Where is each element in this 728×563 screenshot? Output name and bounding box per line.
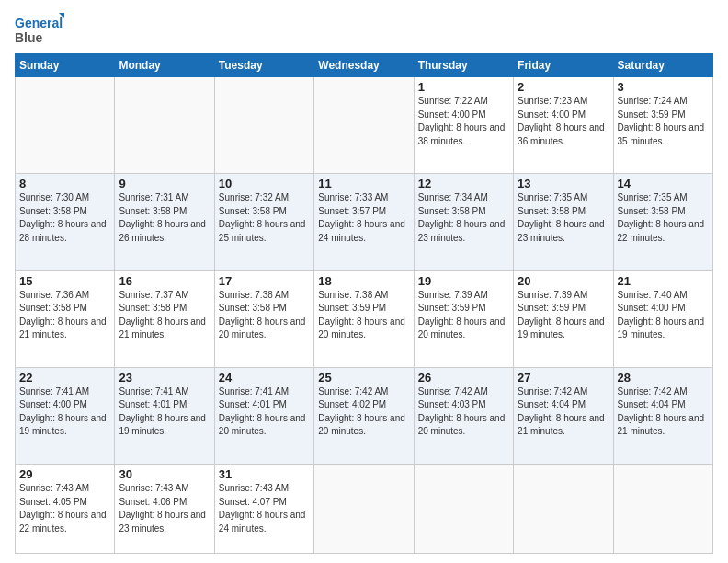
col-friday: Friday [514, 54, 613, 77]
day-info: Sunrise: 7:38 AM Sunset: 3:59 PM Dayligh… [318, 289, 409, 342]
col-wednesday: Wednesday [314, 54, 414, 77]
day-info: Sunrise: 7:43 AM Sunset: 4:07 PM Dayligh… [219, 482, 310, 535]
day-info: Sunrise: 7:23 AM Sunset: 4:00 PM Dayligh… [518, 95, 609, 148]
logo-icon: General Blue [15, 11, 64, 48]
day-info: Sunrise: 7:43 AM Sunset: 4:06 PM Dayligh… [119, 482, 210, 535]
day-number: 3 [618, 80, 709, 94]
table-row: 16 Sunrise: 7:37 AM Sunset: 3:58 PM Dayl… [115, 270, 214, 367]
day-number: 2 [518, 80, 609, 94]
header: General Blue [15, 11, 713, 48]
table-row: 12 Sunrise: 7:34 AM Sunset: 3:58 PM Dayl… [414, 174, 513, 270]
day-number: 23 [119, 371, 210, 385]
calendar-week-row: 1 Sunrise: 7:22 AM Sunset: 4:00 PM Dayli… [16, 77, 713, 174]
table-row [115, 77, 214, 174]
day-number: 13 [518, 177, 609, 190]
col-monday: Monday [115, 54, 214, 77]
table-row: 24 Sunrise: 7:41 AM Sunset: 4:01 PM Dayl… [214, 367, 313, 464]
table-row: 8 Sunrise: 7:30 AM Sunset: 3:58 PM Dayli… [16, 174, 115, 270]
day-number: 17 [219, 274, 310, 288]
day-number: 26 [418, 371, 509, 385]
logo: General Blue [15, 11, 64, 48]
table-row: 25 Sunrise: 7:42 AM Sunset: 4:02 PM Dayl… [314, 367, 414, 464]
day-number: 24 [219, 371, 310, 385]
day-info: Sunrise: 7:31 AM Sunset: 3:58 PM Dayligh… [119, 191, 210, 245]
calendar-week-row: 8 Sunrise: 7:30 AM Sunset: 3:58 PM Dayli… [16, 174, 713, 270]
day-info: Sunrise: 7:41 AM Sunset: 4:01 PM Dayligh… [119, 385, 210, 439]
day-number: 22 [19, 371, 110, 385]
day-info: Sunrise: 7:39 AM Sunset: 3:59 PM Dayligh… [418, 289, 509, 342]
day-info: Sunrise: 7:42 AM Sunset: 4:04 PM Dayligh… [518, 385, 609, 439]
day-number: 31 [219, 467, 310, 481]
day-number: 25 [318, 371, 409, 385]
col-tuesday: Tuesday [214, 54, 313, 77]
day-number: 12 [418, 177, 509, 190]
calendar-header-row: Sunday Monday Tuesday Wednesday Thursday… [16, 54, 713, 77]
table-row: 29 Sunrise: 7:43 AM Sunset: 4:05 PM Dayl… [16, 465, 115, 554]
day-info: Sunrise: 7:35 AM Sunset: 3:58 PM Dayligh… [518, 191, 609, 245]
day-number: 9 [119, 177, 210, 190]
table-row: 22 Sunrise: 7:41 AM Sunset: 4:00 PM Dayl… [16, 367, 115, 464]
day-number: 21 [618, 274, 709, 288]
day-info: Sunrise: 7:37 AM Sunset: 3:58 PM Dayligh… [119, 289, 210, 342]
table-row [314, 465, 414, 554]
day-number: 18 [318, 274, 409, 288]
calendar-week-row: 22 Sunrise: 7:41 AM Sunset: 4:00 PM Dayl… [16, 367, 713, 464]
table-row: 15 Sunrise: 7:36 AM Sunset: 3:58 PM Dayl… [16, 270, 115, 367]
day-number: 10 [219, 177, 310, 190]
table-row [414, 465, 513, 554]
day-info: Sunrise: 7:32 AM Sunset: 3:58 PM Dayligh… [219, 191, 310, 245]
day-info: Sunrise: 7:22 AM Sunset: 4:00 PM Dayligh… [418, 95, 509, 148]
day-info: Sunrise: 7:42 AM Sunset: 4:03 PM Dayligh… [418, 385, 509, 439]
table-row: 27 Sunrise: 7:42 AM Sunset: 4:04 PM Dayl… [514, 367, 613, 464]
day-info: Sunrise: 7:43 AM Sunset: 4:05 PM Dayligh… [19, 482, 110, 535]
day-info: Sunrise: 7:42 AM Sunset: 4:04 PM Dayligh… [618, 385, 709, 439]
table-row: 2 Sunrise: 7:23 AM Sunset: 4:00 PM Dayli… [514, 77, 613, 174]
table-row: 10 Sunrise: 7:32 AM Sunset: 3:58 PM Dayl… [214, 174, 313, 270]
table-row [314, 77, 414, 174]
table-row: 30 Sunrise: 7:43 AM Sunset: 4:06 PM Dayl… [115, 465, 214, 554]
table-row: 23 Sunrise: 7:41 AM Sunset: 4:01 PM Dayl… [115, 367, 214, 464]
day-number: 15 [19, 274, 110, 288]
day-info: Sunrise: 7:41 AM Sunset: 4:00 PM Dayligh… [19, 385, 110, 439]
calendar-week-row: 15 Sunrise: 7:36 AM Sunset: 3:58 PM Dayl… [16, 270, 713, 367]
day-info: Sunrise: 7:41 AM Sunset: 4:01 PM Dayligh… [219, 385, 310, 439]
day-number: 14 [618, 177, 709, 190]
calendar-week-row: 29 Sunrise: 7:43 AM Sunset: 4:05 PM Dayl… [16, 465, 713, 554]
table-row [214, 77, 313, 174]
table-row: 20 Sunrise: 7:39 AM Sunset: 3:59 PM Dayl… [514, 270, 613, 367]
table-row: 17 Sunrise: 7:38 AM Sunset: 3:58 PM Dayl… [214, 270, 313, 367]
table-row: 1 Sunrise: 7:22 AM Sunset: 4:00 PM Dayli… [414, 77, 513, 174]
table-row: 13 Sunrise: 7:35 AM Sunset: 3:58 PM Dayl… [514, 174, 613, 270]
table-row: 21 Sunrise: 7:40 AM Sunset: 4:00 PM Dayl… [613, 270, 712, 367]
day-number: 1 [418, 80, 509, 94]
day-info: Sunrise: 7:40 AM Sunset: 4:00 PM Dayligh… [618, 289, 709, 342]
day-info: Sunrise: 7:33 AM Sunset: 3:57 PM Dayligh… [318, 191, 409, 245]
day-number: 16 [119, 274, 210, 288]
svg-text:Blue: Blue [15, 30, 43, 45]
day-number: 8 [19, 177, 110, 190]
table-row: 19 Sunrise: 7:39 AM Sunset: 3:59 PM Dayl… [414, 270, 513, 367]
table-row: 31 Sunrise: 7:43 AM Sunset: 4:07 PM Dayl… [214, 465, 313, 554]
col-sunday: Sunday [16, 54, 115, 77]
table-row [613, 465, 712, 554]
table-row: 9 Sunrise: 7:31 AM Sunset: 3:58 PM Dayli… [115, 174, 214, 270]
table-row: 3 Sunrise: 7:24 AM Sunset: 3:59 PM Dayli… [613, 77, 712, 174]
col-saturday: Saturday [613, 54, 712, 77]
day-number: 11 [318, 177, 409, 190]
day-info: Sunrise: 7:38 AM Sunset: 3:58 PM Dayligh… [219, 289, 310, 342]
svg-text:General: General [15, 16, 63, 30]
day-info: Sunrise: 7:36 AM Sunset: 3:58 PM Dayligh… [19, 289, 110, 342]
page: General Blue Sunday Monday Tuesday Wedne… [0, 0, 728, 563]
table-row: 28 Sunrise: 7:42 AM Sunset: 4:04 PM Dayl… [613, 367, 712, 464]
day-info: Sunrise: 7:35 AM Sunset: 3:58 PM Dayligh… [618, 191, 709, 245]
col-thursday: Thursday [414, 54, 513, 77]
table-row [16, 77, 115, 174]
day-info: Sunrise: 7:39 AM Sunset: 3:59 PM Dayligh… [518, 289, 609, 342]
day-number: 20 [518, 274, 609, 288]
table-row: 26 Sunrise: 7:42 AM Sunset: 4:03 PM Dayl… [414, 367, 513, 464]
day-info: Sunrise: 7:42 AM Sunset: 4:02 PM Dayligh… [318, 385, 409, 439]
calendar-table: Sunday Monday Tuesday Wednesday Thursday… [15, 53, 713, 554]
day-number: 28 [618, 371, 709, 385]
day-number: 19 [418, 274, 509, 288]
day-number: 27 [518, 371, 609, 385]
